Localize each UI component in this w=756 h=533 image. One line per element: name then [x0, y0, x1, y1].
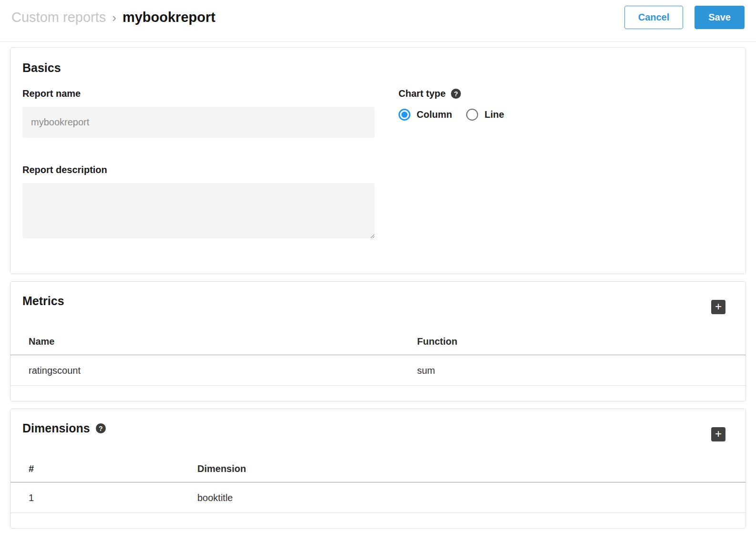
metrics-column-header-function: Function [417, 321, 746, 355]
breadcrumb: Custom reports›mybookreport [11, 6, 215, 29]
basics-title: Basics [22, 61, 734, 75]
dimensions-column-header-dimension: Dimension [197, 448, 746, 482]
add-dimension-button[interactable]: + [711, 427, 725, 441]
report-description-input[interactable] [22, 183, 375, 238]
dimensions-table: # Dimension 1 booktitle [10, 448, 746, 513]
chart-type-options: Column Line [398, 109, 734, 121]
breadcrumb-parent[interactable]: Custom reports [11, 10, 106, 25]
report-name-label: Report name [22, 88, 375, 99]
dimensions-column-header-index: # [10, 448, 197, 482]
chart-type-label: Chart type [398, 88, 446, 99]
dimensions-title: Dimensions [22, 421, 90, 435]
metrics-card: Metrics + Name Function ratingscount sum [10, 281, 746, 401]
report-description-label: Report description [22, 164, 375, 175]
metrics-title: Metrics [22, 294, 64, 308]
dimensions-card: Dimensions ? + # Dimension 1 booktitle [10, 409, 746, 529]
add-metric-button[interactable]: + [711, 300, 725, 314]
radio-icon [466, 109, 478, 121]
cancel-button[interactable]: Cancel [624, 6, 684, 29]
chart-type-section: Chart type ? Column Line [398, 88, 734, 238]
metric-function-cell: sum [417, 355, 746, 386]
radio-icon [398, 109, 410, 121]
chevron-right-icon: › [112, 10, 116, 25]
header-actions: Cancel Save [624, 6, 745, 29]
plus-icon: + [715, 301, 722, 312]
plus-icon: + [715, 428, 722, 440]
radio-label: Column [417, 109, 452, 120]
dimension-index-cell: 1 [10, 482, 197, 513]
table-row[interactable]: ratingscount sum [10, 355, 746, 386]
metrics-column-header-name: Name [10, 321, 417, 355]
report-name-input[interactable] [22, 107, 375, 138]
basics-card: Basics Report name Report description Ch… [10, 47, 746, 274]
dimension-name-cell: booktitle [197, 482, 746, 513]
save-button[interactable]: Save [695, 6, 745, 29]
help-icon[interactable]: ? [451, 89, 461, 99]
header: Custom reports›mybookreport Cancel Save [0, 0, 756, 42]
metric-name-cell: ratingscount [10, 355, 417, 386]
main-content: Basics Report name Report description Ch… [0, 42, 756, 533]
metrics-table: Name Function ratingscount sum [10, 321, 746, 386]
help-icon[interactable]: ? [96, 423, 106, 433]
breadcrumb-current: mybookreport [123, 10, 215, 25]
chart-type-column-radio[interactable]: Column [398, 109, 452, 121]
chart-type-line-radio[interactable]: Line [466, 109, 504, 121]
radio-label: Line [484, 109, 504, 120]
basics-left-column: Report name Report description [22, 88, 375, 238]
table-row[interactable]: 1 booktitle [10, 482, 746, 513]
